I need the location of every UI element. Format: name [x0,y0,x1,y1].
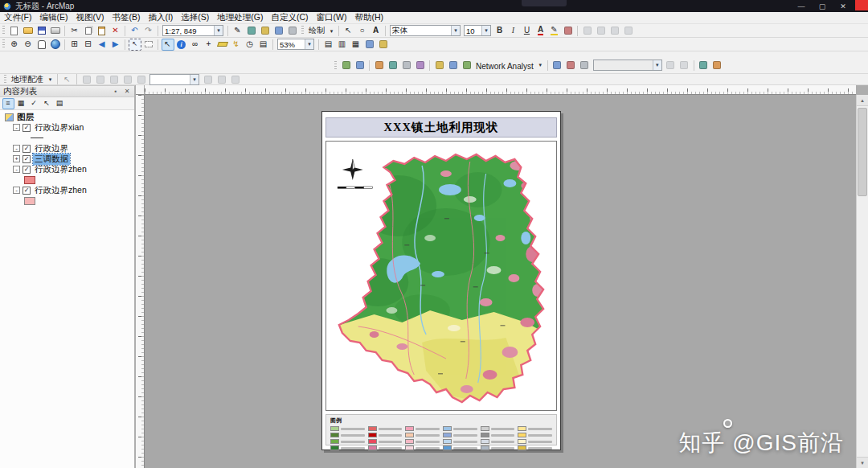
font-family-combo[interactable]: ▾ [390,25,461,36]
toc-layer-row[interactable]: - ✓ 行政边界xian [0,122,134,133]
chevron-down-icon[interactable]: ▾ [653,60,661,70]
align-tool-icon[interactable] [581,25,594,37]
georef-tool-icon[interactable] [80,73,93,85]
layout-canvas[interactable]: XXX镇土地利用现状 [145,95,856,468]
undo-icon[interactable]: ↶ [129,25,141,37]
edit-pencil-icon[interactable]: ✎ [231,25,244,37]
hyperlink-icon[interactable]: ↯ [230,39,243,51]
font-size-combo[interactable]: ▾ [464,25,491,36]
new-document-icon[interactable] [8,25,21,37]
vertical-scrollbar[interactable]: ▴ ▾ [856,95,868,468]
zoom-whole-page-icon[interactable]: ▤ [322,39,335,51]
panel-close-icon[interactable]: ✕ [121,87,133,96]
snapping-tool-icon[interactable] [259,25,272,37]
toc-layer-row[interactable]: - ✓ 行政边界zhen [0,185,134,195]
georef-tool-icon[interactable] [135,73,148,85]
minimize-button[interactable]: — [791,0,812,12]
delete-icon[interactable]: ✕ [109,25,122,37]
fixed-zoom-in-icon[interactable]: ⊞ [68,39,81,51]
zoom-in-icon[interactable]: ⊕ [8,39,21,51]
maximize-button[interactable]: ▢ [812,0,833,12]
select-elements-icon[interactable]: ↖ [342,25,355,37]
toc-root-label[interactable]: 图层 [17,112,34,123]
toc-layer-row[interactable]: - ✓ 行政边界 [0,143,134,154]
layer-label-selected[interactable]: 三调数据 [33,154,70,165]
rotate-tool-icon[interactable] [608,25,621,37]
network-analyst-label[interactable]: Network Analyst [473,62,536,71]
toc-layer-row[interactable]: + ✓ 三调数据 [0,154,134,164]
close-button[interactable]: ✕ [833,0,854,12]
paste-icon[interactable] [96,25,108,37]
identify-icon[interactable]: i [175,39,188,51]
expand-icon[interactable]: + [13,155,20,162]
chevron-down-icon[interactable]: ▾ [536,59,544,71]
focus-data-frame-icon[interactable] [363,39,376,51]
sketch-tool-icon[interactable] [286,25,299,37]
draw-toolbar-label[interactable]: 绘制 [306,25,327,36]
layer-checkbox[interactable]: ✓ [23,187,31,195]
scroll-down-icon[interactable]: ▾ [857,457,868,468]
analysis-tool-icon[interactable] [447,59,460,71]
layer-label[interactable]: 行政边界zhen [33,185,88,196]
layer-symbol-row[interactable] [0,174,134,185]
layer-label[interactable]: 行政边界zhen [33,164,88,175]
select-elements-icon[interactable]: ↖ [162,39,174,51]
menu-view[interactable]: 视图(V) [72,12,108,24]
chevron-down-icon[interactable]: ▾ [47,73,55,85]
scrollbar-thumb[interactable] [858,108,867,196]
chevron-down-icon[interactable]: ▾ [451,26,460,35]
georef-layer-combo[interactable]: ▾ [149,74,199,85]
underline-button[interactable]: U [521,25,534,37]
layout-zoom-input[interactable] [280,39,303,49]
measure-icon[interactable] [216,39,229,51]
layer-symbol-row[interactable] [0,133,134,143]
analysis-tool-icon[interactable] [373,59,386,71]
collapse-icon[interactable]: - [13,166,20,173]
georeferencing-label[interactable]: 地理配准 [9,74,46,85]
map-scale-input[interactable] [165,26,212,35]
highlight-pen-button[interactable]: ✎ [548,25,561,37]
toc-layer-row[interactable]: - ✓ 行政边界zhen [0,164,134,174]
network-dataset-combo[interactable]: ▾ [593,60,662,71]
chevron-down-icon[interactable]: ▾ [305,39,313,49]
zoom-out-icon[interactable]: ⊖ [22,39,35,51]
list-by-drawing-order-icon[interactable]: ≡ [2,98,14,109]
cut-icon[interactable]: ✂ [68,25,81,37]
map-scale-combo[interactable]: ▾ [162,25,223,36]
toggle-draft-mode-icon[interactable]: ▦ [350,39,362,51]
collapse-icon[interactable]: - [13,124,20,131]
forward-extent-icon[interactable]: ▶ [109,39,122,51]
bold-button[interactable]: B [493,25,506,37]
analysis-tool-icon[interactable] [697,59,710,71]
fixed-zoom-out-icon[interactable]: ⊟ [82,39,95,51]
order-tool-icon[interactable] [622,25,635,37]
network-tool-icon[interactable] [551,59,563,71]
font-family-input[interactable] [392,26,449,35]
georef-tool-icon[interactable] [229,73,242,85]
collapse-icon[interactable]: - [13,187,20,194]
open-folder-icon[interactable] [22,25,35,37]
network-dataset-input[interactable] [596,60,651,70]
toc-options-icon[interactable]: ▤ [54,98,66,109]
analysis-tool-icon[interactable] [400,59,413,71]
time-slider-icon[interactable]: ◷ [244,39,256,51]
viewer-window-icon[interactable]: ▤ [257,39,270,51]
clear-selection-icon[interactable] [142,39,155,51]
analysis-tool-icon[interactable] [461,59,473,71]
menu-selection[interactable]: 选择(S) [177,12,213,24]
layer-checkbox[interactable]: ✓ [23,145,31,153]
network-tool-icon[interactable] [664,59,677,71]
full-extent-icon[interactable] [49,39,62,51]
select-features-icon[interactable]: ↖ [129,39,141,51]
layout-zoom-combo[interactable]: ▾ [277,39,314,50]
text-tool-icon[interactable]: A [370,25,383,37]
network-tool-icon[interactable] [678,59,690,71]
print-icon[interactable] [49,25,62,37]
analysis-tool-icon[interactable] [387,59,399,71]
layer-checkbox[interactable]: ✓ [23,166,31,174]
menu-geoprocessing[interactable]: 地理处理(G) [213,12,267,24]
network-tool-icon[interactable] [578,59,591,71]
chevron-down-icon[interactable]: ▾ [481,26,490,35]
chevron-down-icon[interactable]: ▾ [328,25,336,37]
font-color-button[interactable]: A [534,25,547,37]
